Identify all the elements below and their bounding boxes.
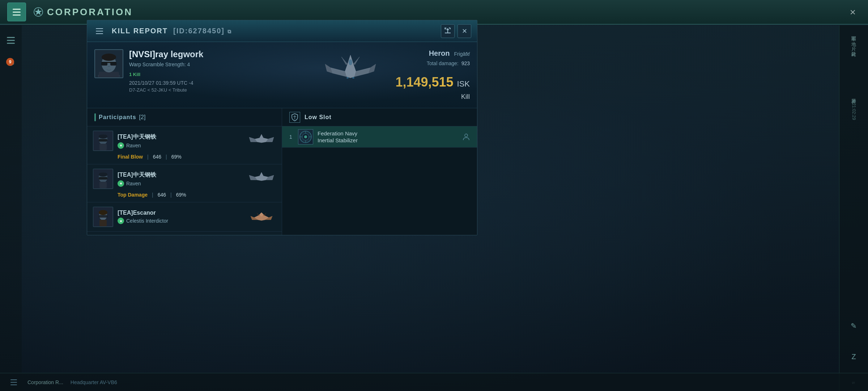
participant-row-2: [TEA]中天钢铁 ★ Raven — [87, 164, 282, 202]
participant-ship-name-1: Raven — [126, 143, 141, 148]
kill-report-body: Participants [2] — [87, 108, 477, 235]
svg-rect-25 — [99, 139, 107, 142]
participant-avatar-2 — [93, 169, 113, 189]
celestis-ship-icon — [248, 209, 275, 225]
participant-ship-name-3: Celestis Interdictor — [126, 218, 168, 224]
participant-star-badge-1: ★ — [118, 142, 124, 149]
participant-ship-3: ★ Celestis Interdictor — [118, 218, 243, 224]
participant-1-avatar-img — [94, 131, 112, 150]
low-slot-section: Low Slot 1 — [282, 108, 477, 235]
cn-time: 021:02:29 — [851, 101, 856, 120]
divider-1b: | — [166, 154, 167, 160]
svg-marker-4 — [446, 28, 449, 30]
raven-ship-icon-2 — [248, 171, 275, 187]
divider-2b: | — [170, 192, 172, 198]
svg-rect-5 — [445, 28, 446, 29]
bottom-menu-button[interactable] — [7, 376, 20, 389]
participant-name-1: [TEA]中天钢铁 — [118, 133, 243, 141]
notification-badge: 9 — [6, 58, 14, 66]
svg-point-37 — [260, 213, 263, 216]
modal-close-button[interactable]: ✕ — [458, 24, 471, 38]
right-sidebar: 军团 地：片 及时 神罗 021:02:29 ✎ Z s — [839, 25, 868, 391]
participant-ship-img-3 — [247, 208, 276, 226]
main-close-button[interactable]: × — [845, 4, 861, 20]
participant-main-1: [TEA]中天钢铁 ★ Raven — [93, 131, 276, 151]
svg-rect-30 — [99, 177, 107, 180]
participant-ship-img-2 — [247, 170, 276, 188]
participant-star-badge-2: ★ — [118, 180, 124, 187]
copy-icon[interactable]: ⧉ — [227, 29, 232, 34]
participant-top-damage-label: Top Damage — [118, 192, 148, 198]
divider-1: | — [147, 154, 149, 160]
victim-info: [NVSI]ray legwork Warp Scramble Strength… — [129, 49, 303, 93]
isk-unit: ISK — [457, 79, 470, 89]
star-corp-icon — [33, 7, 43, 17]
export-icon — [444, 28, 451, 35]
total-damage-value: 923 — [461, 60, 470, 66]
svg-rect-31 — [99, 182, 107, 188]
slot-item-person-icon-1 — [461, 132, 471, 142]
modal-hamburger-icon — [96, 28, 103, 34]
svg-rect-13 — [101, 62, 107, 66]
svg-rect-2 — [445, 33, 451, 33]
participants-title: Participants — [99, 114, 136, 121]
bottom-bar: Corporation R... Headquarter AV-VB6 — [0, 373, 868, 391]
ship-image — [318, 50, 383, 100]
participant-info-2: [TEA]中天钢铁 ★ Raven — [118, 171, 243, 187]
participant-pct-1: 69% — [171, 154, 182, 160]
three-dots-menu[interactable]: ··· — [463, 48, 471, 56]
modal-menu-button[interactable] — [93, 25, 106, 38]
svg-point-15 — [349, 59, 352, 65]
modal-title: KILL REPORT [ID:6278450] ⧉ — [112, 27, 435, 35]
participant-info-3: [TEA]Escanor ★ Celestis Interdictor — [118, 210, 243, 224]
participant-row: [TEA]中天钢铁 ★ Raven — [87, 126, 282, 164]
participant-final-blow-label: Final Blow — [118, 154, 143, 160]
victim-avatar — [94, 49, 123, 78]
slot-item-name-1: Federation NavyInertial Stabilizer — [318, 130, 457, 144]
svg-point-24 — [99, 134, 107, 139]
slot-section-header: Low Slot — [282, 108, 477, 126]
edit-icon[interactable]: ✎ — [847, 319, 860, 332]
total-damage-label: Total damage: — [427, 60, 459, 66]
participant-name-2: [TEA]中天钢铁 — [118, 171, 243, 179]
modal-id: [ID:6278450] — [171, 27, 227, 35]
participants-section: Participants [2] — [87, 108, 282, 235]
participant-main-2: [TEA]中天钢铁 ★ Raven — [93, 169, 276, 189]
participant-damage-2: 646 — [158, 192, 166, 198]
participant-star-badge-3: ★ — [118, 218, 124, 224]
victim-kill-badge: 1 Kill — [129, 72, 303, 77]
left-hamburger-icon — [7, 37, 15, 44]
participant-count: [2] — [139, 114, 146, 121]
shield-icon-wrap — [289, 112, 300, 123]
victim-date: 2021/10/27 01:39:59 UTC -4 — [129, 80, 303, 86]
svg-point-17 — [352, 77, 354, 79]
svg-point-16 — [346, 77, 349, 79]
left-sidebar: 9 ⬡ — [0, 25, 22, 391]
slot-item-1[interactable]: 1 Federation NavyInertial — [282, 126, 477, 148]
participant-footer-1: Final Blow | 646 | 69% — [93, 151, 276, 160]
svg-point-11 — [102, 54, 116, 61]
ship-type: Heron — [429, 49, 450, 58]
victim-avatar-image — [95, 50, 123, 77]
svg-marker-1 — [35, 8, 42, 15]
participant-ship-name-2: Raven — [126, 181, 141, 186]
main-close-icon: × — [850, 7, 856, 18]
person-icon — [462, 133, 470, 141]
corporation-label: Corporation R... — [27, 379, 63, 385]
z-icon[interactable]: Z — [847, 350, 860, 363]
svg-rect-14 — [110, 62, 116, 66]
slot-number-1: 1 — [288, 134, 294, 140]
victim-section: [NVSI]ray legwork Warp Scramble Strength… — [87, 42, 311, 108]
participant-row-3: [TEA]Escanor ★ Celestis Interdictor — [87, 202, 282, 232]
victim-warp-scramble: Warp Scramble Strength: 4 — [129, 62, 303, 67]
headquarter-label: Headquarter AV-VB6 — [71, 379, 117, 385]
participant-info-1: [TEA]中天钢铁 ★ Raven — [118, 133, 243, 149]
participant-ship-1: ★ Raven — [118, 142, 243, 149]
kill-label: Kill — [461, 93, 470, 101]
modal-export-button[interactable] — [441, 24, 455, 38]
svg-point-45 — [465, 134, 468, 137]
app-logo: CORPORATION — [33, 7, 133, 18]
left-menu-button[interactable] — [3, 33, 18, 48]
modal-close-icon: ✕ — [462, 27, 467, 35]
top-menu-button[interactable] — [7, 3, 26, 21]
